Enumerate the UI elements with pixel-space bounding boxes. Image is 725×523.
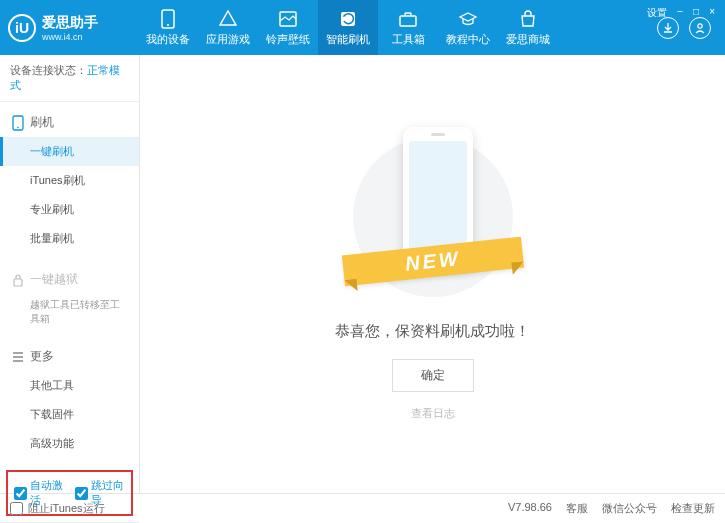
maximize-button[interactable]: □ xyxy=(691,6,701,20)
ok-button[interactable]: 确定 xyxy=(392,359,474,392)
nav-tabs: 我的设备 应用游戏 铃声壁纸 智能刷机 工具箱 教程中心 爱思商城 xyxy=(138,0,657,55)
block-itunes-checkbox[interactable]: 阻止iTunes运行 xyxy=(10,501,105,516)
sidebar-section-flash[interactable]: 刷机 xyxy=(0,108,139,137)
sidebar-item-batch-flash[interactable]: 批量刷机 xyxy=(0,224,139,253)
svg-rect-8 xyxy=(14,279,22,286)
window-controls: 设置 − □ × xyxy=(645,6,717,20)
nav-tab-toolbox[interactable]: 工具箱 xyxy=(378,0,438,55)
sidebar-item-oneclick-flash[interactable]: 一键刷机 xyxy=(0,137,139,166)
footer-link-wechat[interactable]: 微信公众号 xyxy=(602,501,657,516)
nav-tab-tutorials[interactable]: 教程中心 xyxy=(438,0,498,55)
tutorial-icon xyxy=(458,9,478,29)
sidebar-item-advanced[interactable]: 高级功能 xyxy=(0,429,139,458)
nav-tab-ringtones[interactable]: 铃声壁纸 xyxy=(258,0,318,55)
footer-link-update[interactable]: 检查更新 xyxy=(671,501,715,516)
footer-link-support[interactable]: 客服 xyxy=(566,501,588,516)
svg-rect-4 xyxy=(400,16,416,26)
svg-point-1 xyxy=(167,24,169,26)
device-icon xyxy=(158,9,178,29)
wallpaper-icon xyxy=(278,9,298,29)
logo-icon: iU xyxy=(8,14,36,42)
success-illustration: NEW xyxy=(353,127,513,307)
flash-icon xyxy=(338,9,358,29)
apps-icon xyxy=(218,9,238,29)
app-title: 爱思助手 xyxy=(42,14,98,32)
sidebar-item-other-tools[interactable]: 其他工具 xyxy=(0,371,139,400)
sidebar-section-jailbreak[interactable]: 一键越狱 xyxy=(0,265,139,294)
svg-point-7 xyxy=(17,126,19,128)
lock-icon xyxy=(12,273,24,287)
sidebar-item-download-firmware[interactable]: 下载固件 xyxy=(0,400,139,429)
logo-area: iU 爱思助手 www.i4.cn xyxy=(8,14,138,42)
view-log-link[interactable]: 查看日志 xyxy=(411,406,455,421)
sidebar-section-more[interactable]: 更多 xyxy=(0,342,139,371)
jailbreak-note: 越狱工具已转移至工具箱 xyxy=(0,294,139,330)
sidebar: 设备连接状态：正常模式 刷机 一键刷机 iTunes刷机 专业刷机 批量刷机 一… xyxy=(0,55,140,493)
sidebar-item-itunes-flash[interactable]: iTunes刷机 xyxy=(0,166,139,195)
nav-tab-apps[interactable]: 应用游戏 xyxy=(198,0,258,55)
sidebar-item-pro-flash[interactable]: 专业刷机 xyxy=(0,195,139,224)
version-label: V7.98.66 xyxy=(508,501,552,516)
main-content: NEW 恭喜您，保资料刷机成功啦！ 确定 查看日志 xyxy=(140,55,725,493)
app-subtitle: www.i4.cn xyxy=(42,32,98,42)
connection-status: 设备连接状态：正常模式 xyxy=(0,55,139,102)
nav-tab-flash[interactable]: 智能刷机 xyxy=(318,0,378,55)
success-message: 恭喜您，保资料刷机成功啦！ xyxy=(335,322,530,341)
settings-button[interactable]: 设置 xyxy=(645,6,669,20)
nav-tab-store[interactable]: 爱思商城 xyxy=(498,0,558,55)
svg-point-5 xyxy=(698,23,702,27)
minimize-button[interactable]: − xyxy=(675,6,685,20)
phone-icon xyxy=(12,115,24,131)
nav-tab-device[interactable]: 我的设备 xyxy=(138,0,198,55)
menu-icon xyxy=(12,352,24,362)
store-icon xyxy=(518,9,538,29)
toolbox-icon xyxy=(398,9,418,29)
close-button[interactable]: × xyxy=(707,6,717,20)
header: iU 爱思助手 www.i4.cn 我的设备 应用游戏 铃声壁纸 智能刷机 工具… xyxy=(0,0,725,55)
